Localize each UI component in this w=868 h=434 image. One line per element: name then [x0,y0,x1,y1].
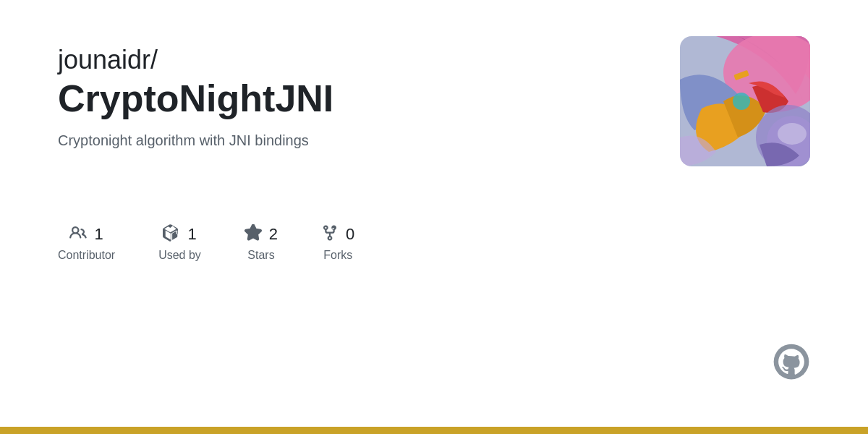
used-by-count: 1 [187,225,196,244]
main-content: jounaidr/ CryptoNightJNI Cryptonight alg… [0,0,868,427]
fork-icon [321,224,339,244]
github-icon-container[interactable] [773,343,810,383]
svg-point-2 [733,93,750,110]
header-section: jounaidr/ CryptoNightJNI Cryptonight alg… [58,43,810,166]
star-icon [244,224,262,244]
used-by-label: Used by [158,249,201,262]
bottom-bar [0,427,868,434]
svg-point-5 [778,123,807,145]
repo-description: Cryptonight algorithm with JNI bindings [58,132,333,149]
stat-contributors-top: 1 [69,224,103,244]
contributors-icon [69,224,87,244]
title-block: jounaidr/ CryptoNightJNI Cryptonight alg… [58,43,333,149]
stat-stars[interactable]: 2 Stars [244,224,278,262]
forks-label: Forks [323,249,352,262]
contributors-label: Contributor [58,249,115,262]
stat-stars-top: 2 [244,224,278,244]
repo-avatar [680,36,810,166]
stat-used-by-top: 1 [163,224,196,244]
stat-used-by[interactable]: 1 Used by [158,224,201,262]
repo-name: CryptoNightJNI [58,76,333,121]
contributors-count: 1 [94,225,103,244]
used-by-icon [163,224,180,244]
stars-count: 2 [269,225,278,244]
stars-label: Stars [247,249,274,262]
stat-contributors[interactable]: 1 Contributor [58,224,115,262]
github-icon [773,343,810,380]
forks-count: 0 [346,225,354,244]
stats-section: 1 Contributor 1 Used by [58,224,810,262]
repo-owner: jounaidr/ [58,43,333,76]
stat-forks[interactable]: 0 Forks [321,224,354,262]
stat-forks-top: 0 [321,224,354,244]
